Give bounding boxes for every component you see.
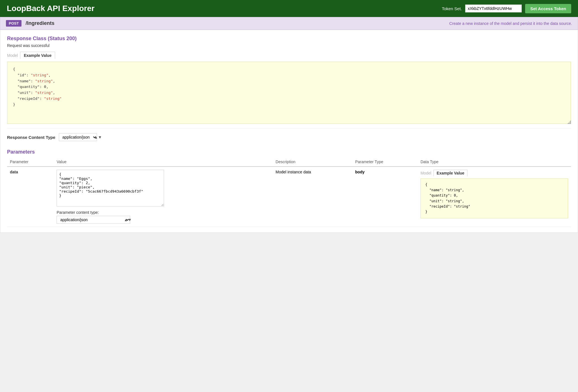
table-row: data { "name": "Eggs", "quantity": 2, "u… [7,167,571,227]
dt-code-line-6: } [425,209,563,215]
dt-code-line-4: "unit": "string", [425,199,563,204]
param-name: data [10,170,18,174]
param-content-type-select[interactable]: application/json [57,216,130,224]
code-line-3: "name": "string", [13,78,565,84]
response-content-type-label: Response Content Type [7,135,55,140]
param-value-cell: { "name": "Eggs", "quantity": 2, "unit":… [54,167,273,227]
endpoint-left: POST /Ingredients [6,20,54,27]
set-access-token-button[interactable]: Set Access Token [525,4,571,13]
code-line-7: } [13,102,565,108]
app-title: LoopBack API Explorer [7,4,94,13]
main-content: POST /Ingredients Create a new instance … [0,17,578,233]
example-value-code-block: { "id": "string", "name": "string", "qua… [7,62,571,124]
code-line-6: "recipeId": "string" [13,96,565,102]
param-name-cell: data [7,167,54,227]
param-content-type-label: Parameter content type: [57,210,270,215]
code-line-5: "unit": "string", [13,90,565,96]
code-line-4: "quantity": 0, [13,84,565,90]
datatype-tab-model[interactable]: Model [420,171,431,175]
tab-model[interactable]: Model [7,53,18,58]
datatype-tab-example[interactable]: Example Value [434,170,467,176]
dt-code-line-1: { [425,182,563,188]
response-tabs: Model Example Value [7,52,571,59]
param-description: Model instance data [276,170,311,174]
col-parameter: Parameter [7,158,54,167]
token-label: Token Set. [442,6,462,11]
parameters-title: Parameters [7,149,571,155]
endpoint-bar: POST /Ingredients Create a new instance … [0,17,578,30]
params-table-header: Parameter Value Description Parameter Ty… [7,158,571,167]
code-line-1: { [13,66,565,72]
response-content-type-row: Response Content Type application/json ▲… [7,128,571,144]
col-parameter-type: Parameter Type [352,158,418,167]
code-block-wrapper: { "id": "string", "name": "string", "qua… [7,62,571,124]
dt-code-line-2: "name": "string", [425,188,563,193]
response-class-description: Request was successful [7,43,571,48]
endpoint-description: Create a new instance of the model and p… [449,21,572,26]
param-description-cell: Model instance data [273,167,352,227]
header-right: Token Set. Set Access Token [442,4,571,13]
code-line-2: "id": "string", [13,72,565,78]
tab-example-value[interactable]: Example Value [20,52,55,59]
dt-code-line-5: "recipeId": "string" [425,204,563,209]
response-content-type-select[interactable]: application/json [59,133,97,141]
response-class-title: Response Class (Status 200) [7,36,571,42]
param-type-cell: body [352,167,418,227]
param-datatype-cell: Model Example Value { "name": "string", … [418,167,571,227]
endpoint-path: /Ingredients [25,20,54,26]
col-value: Value [54,158,273,167]
param-type-value: body [355,170,365,174]
method-badge: POST [6,20,21,27]
col-description: Description [273,158,352,167]
col-data-type: Data Type [418,158,571,167]
app-header: LoopBack API Explorer Token Set. Set Acc… [0,0,578,17]
token-input[interactable] [465,5,522,12]
datatype-code-block: { "name": "string", "quantity": 0, "unit… [420,178,568,218]
dt-code-line-3: "quantity": 0, [425,193,563,198]
data-textarea[interactable]: { "name": "Eggs", "quantity": 2, "unit":… [57,170,164,206]
content-area: Response Class (Status 200) Request was … [0,30,578,233]
parameters-table: Parameter Value Description Parameter Ty… [7,158,571,227]
datatype-tabs: Model Example Value [420,170,568,176]
